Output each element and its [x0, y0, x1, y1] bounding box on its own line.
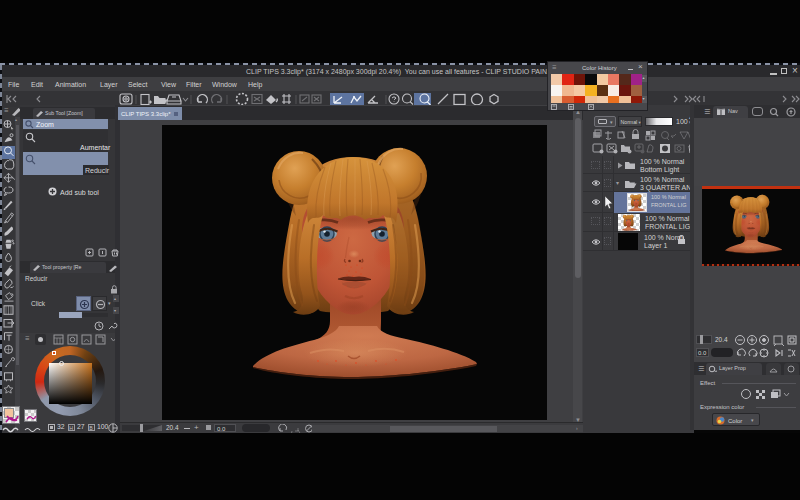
svg-text:H: H: [69, 425, 73, 431]
svg-text:B: B: [89, 425, 93, 431]
